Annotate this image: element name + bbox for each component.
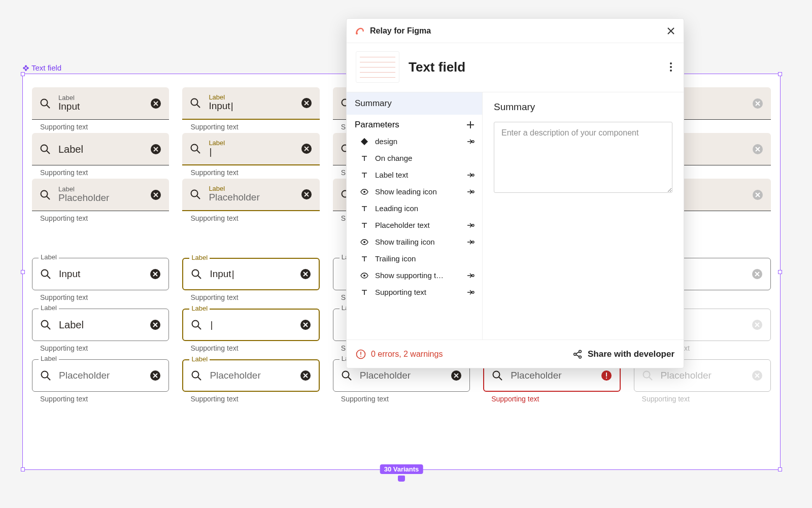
component-frame-label-text: Text field [31, 63, 61, 72]
clear-icon[interactable] [450, 369, 462, 382]
parameter-row[interactable]: design [347, 133, 482, 150]
component-badge-icon [22, 64, 29, 72]
parameter-row[interactable]: Supporting text [347, 284, 482, 300]
clear-icon[interactable] [300, 143, 313, 155]
parameter-label: Supporting text [375, 288, 460, 296]
svg-point-14 [41, 145, 48, 151]
textfield-variant[interactable]: Label Input Supporting text [32, 258, 169, 301]
kebab-menu-icon[interactable] [667, 60, 674, 74]
textfield-label: Label [39, 355, 59, 362]
svg-point-67 [356, 32, 358, 35]
textfield-variant[interactable]: Label Label Supporting text [32, 309, 169, 352]
selection-handle[interactable] [778, 467, 782, 471]
textfield-variant[interactable]: LabelInput Supporting text [32, 87, 169, 131]
svg-line-43 [47, 326, 50, 329]
errors-warnings-text: 0 errors, 2 warnings [371, 350, 443, 359]
clear-icon[interactable] [752, 97, 764, 110]
text-icon [360, 172, 369, 179]
textfield-supporting: Supporting text [182, 165, 319, 177]
selection-handle[interactable] [21, 72, 25, 76]
share-label: Share with developer [588, 349, 674, 359]
text-icon [360, 255, 369, 262]
clear-icon[interactable] [150, 189, 162, 201]
svg-line-5 [47, 105, 50, 108]
svg-point-81 [472, 291, 474, 293]
close-icon[interactable] [666, 26, 675, 36]
parameter-label: Label text [375, 171, 460, 179]
text-icon [360, 222, 369, 229]
errors-warnings-status[interactable]: 0 errors, 2 warnings [356, 349, 443, 359]
clear-icon[interactable] [300, 97, 313, 109]
clear-icon [751, 369, 763, 382]
clear-icon[interactable] [149, 319, 161, 331]
parameter-row[interactable]: Trailing icon [347, 250, 482, 267]
svg-point-45 [192, 321, 199, 327]
svg-point-87 [579, 356, 582, 358]
parameter-row[interactable]: On change [347, 150, 482, 166]
svg-point-86 [579, 350, 582, 353]
parameter-row[interactable]: Show leading icon [347, 183, 482, 200]
textfield-label: Label [209, 185, 293, 192]
textfield-variant[interactable]: Label Supporting text [182, 309, 319, 352]
svg-rect-71 [361, 138, 368, 145]
selection-handle[interactable] [21, 467, 25, 471]
textfield-variant[interactable]: Label Placeholder Supporting text [32, 359, 169, 403]
textfield-placeholder: Placeholder [58, 192, 143, 204]
clear-icon[interactable] [149, 369, 161, 382]
error-icon [600, 369, 613, 382]
textfield-variant[interactable]: Label Input Supporting text [182, 258, 319, 301]
text-icon [360, 205, 369, 212]
variants-badge-handle[interactable] [398, 476, 405, 482]
textfield-variant[interactable]: Label Supporting text [32, 133, 169, 177]
search-icon [189, 188, 201, 200]
component-description-input[interactable] [494, 122, 672, 193]
search-icon [40, 369, 52, 382]
parameter-label: Show leading icon [375, 187, 460, 196]
clear-icon[interactable] [299, 369, 312, 382]
parameter-row[interactable]: Placeholder text [347, 217, 482, 233]
textfield-supporting: Supporting text [32, 165, 169, 177]
search-icon [190, 369, 202, 382]
selection-handle[interactable] [21, 270, 25, 274]
svg-line-8 [197, 105, 200, 108]
svg-point-73 [472, 174, 474, 176]
clear-icon[interactable] [300, 188, 313, 200]
share-with-developer-button[interactable]: Share with developer [572, 349, 674, 359]
textfield-label: Label [58, 186, 143, 192]
clear-icon[interactable] [751, 268, 763, 280]
clear-icon[interactable] [299, 268, 312, 280]
clear-icon[interactable] [752, 189, 764, 201]
add-parameter-icon[interactable] [466, 120, 475, 129]
selection-handle[interactable] [778, 72, 782, 76]
parameter-row[interactable]: Label text [347, 166, 482, 183]
svg-point-64 [643, 371, 650, 378]
interaction-arrow-icon [466, 222, 475, 229]
textfield-variant[interactable]: Label Placeholder Supporting text [182, 359, 319, 403]
clear-icon[interactable] [150, 97, 162, 110]
textfield-label: Label [189, 254, 210, 261]
relay-plugin-panel: Relay for Figma Text field Summary Param… [346, 18, 684, 368]
textfield-supporting: Supporting text [32, 392, 169, 403]
parameter-row[interactable]: Show supporting t… [347, 267, 482, 284]
textfield-variant[interactable]: LabelInput Supporting text [182, 87, 319, 131]
textfield-supporting: Supporting text [182, 120, 319, 131]
textfield-variant[interactable]: LabelPlaceholder Supporting text [32, 179, 169, 222]
selection-handle[interactable] [778, 270, 782, 274]
parameter-row[interactable]: Leading icon [347, 200, 482, 217]
textfield-variant[interactable]: LabelPlaceholder Supporting text [182, 179, 319, 222]
clear-icon[interactable] [751, 319, 763, 331]
svg-point-74 [363, 191, 365, 193]
clear-icon[interactable] [149, 268, 161, 280]
parameter-row[interactable]: Show trailing icon [347, 233, 482, 250]
textfield-value: Input [210, 268, 292, 280]
textfield-placeholder: Placeholder [360, 370, 443, 382]
textfield-label: Label [209, 140, 293, 146]
clear-icon[interactable] [299, 319, 312, 331]
sidebar-item-summary[interactable]: Summary [347, 92, 482, 115]
textfield-variant[interactable]: Label Supporting text [182, 133, 319, 177]
clear-icon[interactable] [150, 143, 162, 155]
svg-line-28 [197, 196, 200, 199]
clear-icon[interactable] [752, 143, 764, 155]
eye-icon [360, 273, 369, 279]
search-icon [189, 97, 201, 109]
